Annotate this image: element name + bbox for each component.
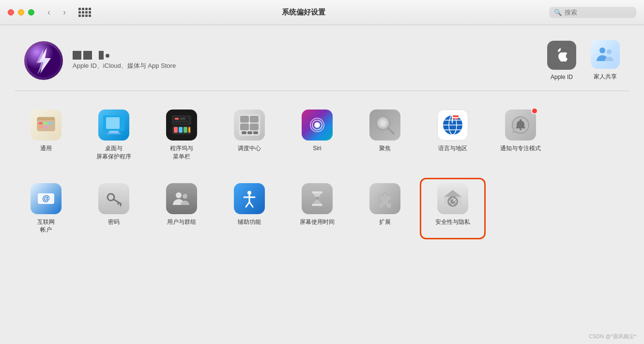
- desktop-icon: [98, 109, 129, 141]
- profile-right: Apple ID 家人共享: [547, 40, 620, 81]
- svg-rect-67: [312, 191, 322, 193]
- svg-text:@: @: [42, 194, 50, 203]
- preferences-grid: 通用 桌面与 屏幕保护程序: [15, 106, 629, 238]
- pref-users[interactable]: 用户与群组: [150, 179, 213, 238]
- pref-siri[interactable]: Siri: [286, 106, 349, 165]
- pref-language[interactable]: 语言与地区: [421, 106, 484, 165]
- svg-rect-31: [250, 116, 259, 123]
- security-icon: [437, 183, 468, 214]
- main-content: Apple ID、iCloud、媒体与 App Store Apple ID: [0, 25, 644, 344]
- svg-rect-9: [48, 122, 52, 125]
- back-button[interactable]: ‹: [42, 6, 56, 19]
- avatar[interactable]: [24, 41, 63, 80]
- pref-extension[interactable]: 扩展: [353, 179, 416, 238]
- pref-general[interactable]: 通用: [15, 106, 77, 165]
- siri-label: Siri: [313, 144, 321, 153]
- internet-label: 互联网 帐户: [37, 218, 55, 235]
- pref-desktop[interactable]: 桌面与 屏幕保护程序: [82, 106, 145, 165]
- svg-point-3: [599, 47, 605, 53]
- name-placeholder-3: [99, 51, 104, 60]
- pref-security[interactable]: 安全性与隐私: [421, 179, 484, 238]
- profile-subtitle: Apple ID、iCloud、媒体与 App Store: [73, 62, 176, 70]
- profile-info: Apple ID、iCloud、媒体与 App Store: [73, 51, 176, 70]
- notification-icon: [505, 109, 536, 141]
- avatar-image: [24, 41, 63, 80]
- name-placeholder-2: [83, 51, 92, 60]
- svg-rect-24: [188, 127, 190, 133]
- apple-id-button[interactable]: Apple ID: [547, 41, 576, 80]
- password-label: 密码: [108, 218, 120, 226]
- search-icon: 🔍: [554, 9, 562, 16]
- svg-point-53: [520, 128, 521, 130]
- svg-line-66: [249, 202, 253, 207]
- svg-rect-35: [247, 131, 252, 134]
- pref-accessibility[interactable]: 辅助功能: [218, 179, 281, 238]
- siri-icon: [302, 109, 333, 141]
- svg-rect-7: [39, 122, 43, 125]
- apple-id-label: Apple ID: [551, 74, 573, 80]
- mission-icon: [234, 109, 265, 141]
- maximize-button[interactable]: [28, 9, 34, 16]
- minimize-button[interactable]: [18, 9, 24, 16]
- svg-rect-28: [175, 121, 187, 122]
- spotlight-label: 聚焦: [379, 144, 391, 153]
- close-button[interactable]: [8, 9, 14, 16]
- search-input[interactable]: [565, 9, 631, 16]
- svg-marker-71: [444, 190, 461, 197]
- svg-rect-15: [106, 117, 120, 129]
- svg-rect-52: [453, 117, 459, 118]
- pref-mission[interactable]: 调度中心: [218, 106, 281, 165]
- pref-spotlight[interactable]: 聚焦: [353, 106, 416, 165]
- notification-label: 通知与专注模式: [500, 144, 541, 153]
- svg-rect-26: [175, 118, 179, 120]
- svg-point-61: [183, 194, 187, 199]
- apple-id-icon: [547, 41, 576, 70]
- svg-rect-6: [37, 117, 55, 120]
- svg-rect-36: [253, 131, 258, 134]
- profile-left: Apple ID、iCloud、媒体与 App Store: [24, 41, 176, 80]
- svg-rect-27: [180, 118, 185, 120]
- pref-password[interactable]: 密码: [82, 179, 145, 238]
- extension-icon: [369, 183, 400, 214]
- general-icon: [31, 109, 61, 141]
- language-icon: [437, 109, 468, 141]
- svg-point-4: [607, 49, 612, 54]
- svg-rect-68: [312, 204, 322, 206]
- svg-rect-50: [452, 115, 453, 123]
- pref-internet[interactable]: @ 互联网 帐户: [15, 179, 77, 238]
- svg-line-44: [388, 128, 394, 134]
- svg-point-69: [316, 197, 319, 200]
- svg-rect-11: [44, 126, 47, 128]
- window-title: 系统偏好设置: [58, 8, 549, 17]
- general-label: 通用: [40, 144, 52, 153]
- svg-line-57: [113, 199, 121, 204]
- pref-notification[interactable]: 通知与专注模式: [489, 106, 552, 165]
- screentime-icon: [302, 183, 333, 214]
- dock-icon: [166, 109, 197, 141]
- users-icon: [166, 183, 197, 214]
- spotlight-icon: [369, 109, 400, 141]
- svg-rect-17: [107, 133, 121, 134]
- pref-row-2: @ 互联网 帐户 密码: [15, 179, 629, 238]
- svg-rect-33: [250, 124, 259, 130]
- family-sharing-button[interactable]: 家人共享: [591, 40, 620, 81]
- name-placeholder-1: [73, 51, 81, 60]
- svg-rect-8: [44, 122, 47, 125]
- pref-row-1: 通用 桌面与 屏幕保护程序: [15, 106, 629, 165]
- pref-screentime[interactable]: 屏幕使用时间: [286, 179, 349, 238]
- svg-point-60: [176, 192, 182, 198]
- profile-name: [73, 51, 176, 60]
- titlebar: ‹ › 系统偏好设置 🔍: [0, 0, 644, 25]
- svg-rect-23: [184, 127, 187, 133]
- mission-label: 调度中心: [238, 144, 261, 153]
- svg-rect-30: [240, 116, 249, 123]
- notification-badge: [531, 108, 538, 114]
- users-label: 用户与群组: [167, 218, 196, 226]
- search-box[interactable]: 🔍: [549, 7, 636, 18]
- svg-line-65: [246, 202, 249, 207]
- svg-point-40: [316, 124, 319, 126]
- svg-point-43: [380, 120, 386, 126]
- internet-icon: @: [31, 183, 61, 214]
- svg-rect-32: [240, 124, 249, 130]
- pref-dock[interactable]: 程序坞与 菜单栏: [150, 106, 213, 165]
